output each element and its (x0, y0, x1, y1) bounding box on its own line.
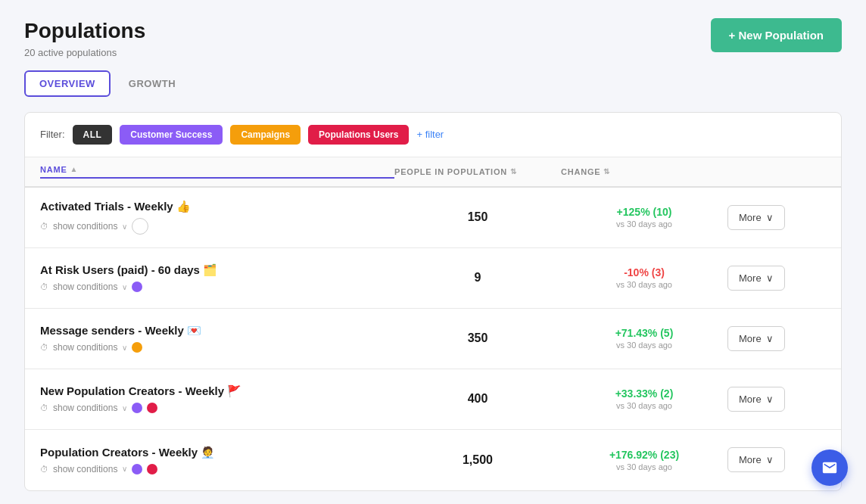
row-1-name-cell: Activated Trials - Weekly 👍 ⏱ show condi… (40, 200, 394, 235)
table-row: Activated Trials - Weekly 👍 ⏱ show condi… (25, 188, 841, 248)
chevron-down-icon: ∨ (122, 344, 127, 352)
content-card: Filter: ALL Customer Success Campaigns P… (24, 112, 842, 491)
row-4-actions: More ∨ (727, 387, 826, 412)
tabs-row: OVERVIEW GROWTH (24, 70, 842, 97)
clock-icon: ⏱ (40, 222, 48, 231)
filter-row: Filter: ALL Customer Success Campaigns P… (25, 113, 841, 157)
page-wrapper: Populations 20 active populations + New … (0, 0, 866, 504)
table-row: Message senders - Weekly 💌 ⏱ show condit… (25, 309, 841, 369)
row-2-people: 9 (394, 271, 561, 285)
clock-icon: ⏱ (40, 282, 48, 291)
row-3-change-subtitle: vs 30 days ago (561, 341, 727, 350)
row-5-change-subtitle: vs 30 days ago (561, 462, 727, 471)
people-sort-icon[interactable]: ⇅ (510, 167, 517, 176)
row-5-conditions[interactable]: ⏱ show conditions ∨ (40, 464, 394, 474)
row-1-people: 150 (394, 210, 561, 224)
row-1-conditions[interactable]: ⏱ show conditions ∨ (40, 218, 394, 235)
row-1-change-cell: +125% (10) vs 30 days ago (561, 206, 727, 229)
dot-orange (132, 342, 142, 353)
header-row: Populations 20 active populations + New … (24, 18, 842, 58)
filter-more-button[interactable]: + filter (416, 129, 444, 140)
row-2-change-subtitle: vs 30 days ago (561, 280, 727, 289)
row-3-more-button[interactable]: More ∨ (727, 326, 785, 351)
row-1-change-value: +125% (10) (561, 206, 727, 218)
clock-icon: ⏱ (40, 403, 48, 412)
dot-purple (132, 282, 142, 292)
col-header-people: PEOPLE IN POPULATION ⇅ (394, 165, 561, 179)
new-population-button[interactable]: + New Population (711, 18, 842, 52)
clock-icon: ⏱ (40, 465, 48, 474)
row-3-change-cell: +71.43% (5) vs 30 days ago (561, 327, 727, 350)
table-header: NAME ▲ PEOPLE IN POPULATION ⇅ CHANGE ⇅ (25, 157, 841, 188)
row-4-name: New Population Creators - Weekly 🚩 (40, 384, 394, 398)
row-4-more-button[interactable]: More ∨ (727, 387, 785, 412)
filter-populations-users[interactable]: Populations Users (308, 125, 409, 145)
row-3-actions: More ∨ (727, 326, 826, 351)
row-3-conditions[interactable]: ⏱ show conditions ∨ (40, 342, 394, 353)
table-row: Population Creators - Weekly 🧑‍💼 ⏱ show … (25, 430, 841, 490)
chevron-down-icon: ∨ (766, 272, 774, 284)
row-5-name: Population Creators - Weekly 🧑‍💼 (40, 446, 394, 459)
table-row: At Risk Users (paid) - 60 days 🗂️ ⏱ show… (25, 248, 841, 309)
row-4-change-subtitle: vs 30 days ago (561, 401, 727, 410)
active-count: 20 active populations (24, 47, 145, 58)
toggle-circle[interactable] (132, 218, 148, 235)
row-4-people: 400 (394, 392, 561, 406)
chevron-down-icon: ∨ (122, 404, 127, 412)
mail-fab-button[interactable] (811, 450, 848, 486)
row-2-name-cell: At Risk Users (paid) - 60 days 🗂️ ⏱ show… (40, 263, 394, 292)
filter-campaigns[interactable]: Campaigns (230, 125, 301, 145)
row-1-more-button[interactable]: More ∨ (727, 205, 785, 230)
show-conditions-label: show conditions (53, 464, 117, 474)
show-conditions-label: show conditions (53, 342, 117, 353)
tab-overview[interactable]: OVERVIEW (24, 70, 111, 97)
page-title: Populations (24, 18, 145, 44)
row-4-change-cell: +33.33% (2) vs 30 days ago (561, 387, 727, 410)
dot-purple (132, 403, 142, 413)
row-5-people: 1,500 (394, 453, 561, 467)
chevron-down-icon: ∨ (766, 333, 774, 344)
row-3-people: 350 (394, 331, 561, 345)
chevron-down-icon: ∨ (122, 222, 127, 231)
row-4-conditions[interactable]: ⏱ show conditions ∨ (40, 403, 394, 413)
tab-growth[interactable]: GROWTH (114, 70, 191, 97)
filter-all-button[interactable]: ALL (73, 125, 113, 145)
col-header-name: NAME ▲ (40, 165, 394, 179)
row-1-change-subtitle: vs 30 days ago (561, 219, 727, 229)
row-1-actions: More ∨ (727, 205, 826, 230)
col-header-actions (727, 165, 826, 179)
row-5-change-cell: +176.92% (23) vs 30 days ago (561, 449, 727, 471)
chevron-down-icon: ∨ (766, 212, 774, 223)
row-5-more-button[interactable]: More ∨ (727, 447, 785, 472)
dot-purple (132, 464, 142, 474)
mail-icon (821, 459, 838, 476)
show-conditions-label: show conditions (53, 403, 117, 413)
clock-icon: ⏱ (40, 343, 48, 352)
change-sort-icon[interactable]: ⇅ (603, 167, 610, 176)
dot-pink (147, 464, 157, 474)
title-group: Populations 20 active populations (24, 18, 145, 58)
row-4-change-value: +33.33% (2) (561, 387, 727, 400)
chevron-down-icon: ∨ (122, 283, 127, 291)
chevron-down-icon: ∨ (766, 454, 774, 465)
dot-pink (147, 403, 157, 413)
chevron-down-icon: ∨ (766, 394, 774, 405)
row-2-name: At Risk Users (paid) - 60 days 🗂️ (40, 263, 394, 277)
col-header-change: CHANGE ⇅ (561, 165, 727, 179)
show-conditions-label: show conditions (53, 282, 117, 292)
row-1-name: Activated Trials - Weekly 👍 (40, 200, 394, 213)
filter-customer-success[interactable]: Customer Success (120, 125, 223, 145)
name-sort-icon[interactable]: ▲ (70, 165, 79, 173)
row-5-name-cell: Population Creators - Weekly 🧑‍💼 ⏱ show … (40, 446, 394, 474)
row-3-change-value: +71.43% (5) (561, 327, 727, 339)
row-5-change-value: +176.92% (23) (561, 449, 727, 461)
row-2-more-button[interactable]: More ∨ (727, 266, 785, 291)
show-conditions-label: show conditions (53, 221, 117, 232)
row-2-change-value: -10% (3) (561, 266, 727, 278)
row-2-actions: More ∨ (727, 266, 826, 291)
row-3-name-cell: Message senders - Weekly 💌 ⏱ show condit… (40, 324, 394, 353)
row-2-conditions[interactable]: ⏱ show conditions ∨ (40, 282, 394, 292)
row-2-change-cell: -10% (3) vs 30 days ago (561, 266, 727, 289)
chevron-down-icon: ∨ (122, 465, 127, 473)
row-4-name-cell: New Population Creators - Weekly 🚩 ⏱ sho… (40, 384, 394, 413)
